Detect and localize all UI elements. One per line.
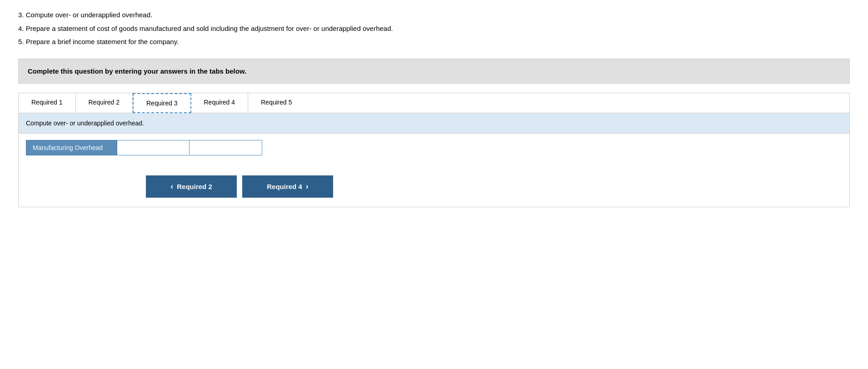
tab-required-3[interactable]: Required 3 (133, 93, 191, 113)
complete-box-text: Complete this question by entering your … (28, 67, 246, 75)
instructions-section: 3. Compute over- or underapplied overhea… (18, 9, 850, 48)
manufacturing-overhead-label: Manufacturing Overhead (26, 140, 117, 155)
table-area: Manufacturing Overhead (19, 134, 849, 169)
manufacturing-overhead-input-1[interactable] (117, 140, 190, 155)
tab-required-2[interactable]: Required 2 (76, 93, 133, 113)
tab-content-description: Compute over- or underapplied overhead. (19, 113, 849, 134)
instruction-item-5: 5. Prepare a brief income statement for … (18, 36, 850, 48)
prev-button[interactable]: Required 2 (146, 175, 237, 198)
complete-box: Complete this question by entering your … (18, 59, 850, 84)
tabs-container: Required 1 Required 2 Required 3 Require… (18, 93, 850, 207)
next-button[interactable]: Required 4 (242, 175, 333, 198)
manufacturing-overhead-input-2[interactable] (190, 140, 262, 155)
manufacturing-overhead-row: Manufacturing Overhead (26, 140, 842, 155)
prev-button-label: Required 2 (177, 183, 212, 190)
tab-required-4[interactable]: Required 4 (191, 93, 249, 113)
tab-required-5[interactable]: Required 5 (248, 93, 305, 113)
next-button-label: Required 4 (267, 183, 302, 190)
nav-buttons: Required 2 Required 4 (19, 169, 849, 207)
instruction-item-4: 4. Prepare a statement of cost of goods … (18, 23, 850, 35)
instruction-item-3: 3. Compute over- or underapplied overhea… (18, 9, 850, 21)
tab-required-1[interactable]: Required 1 (19, 93, 76, 113)
tabs-row: Required 1 Required 2 Required 3 Require… (19, 93, 849, 113)
